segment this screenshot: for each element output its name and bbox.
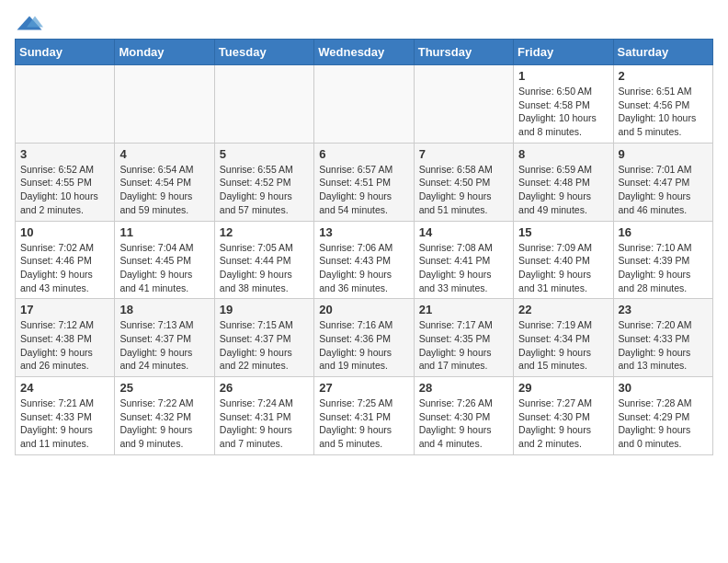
day-number: 4 (119, 147, 209, 161)
day-info: Sunrise: 7:06 AM Sunset: 4:43 PM Dayligh… (319, 241, 408, 295)
calendar-cell: 21Sunrise: 7:17 AM Sunset: 4:35 PM Dayli… (414, 299, 513, 377)
calendar-cell: 5Sunrise: 6:55 AM Sunset: 4:52 PM Daylig… (214, 143, 313, 221)
calendar-cell (115, 65, 214, 144)
day-info: Sunrise: 6:52 AM Sunset: 4:55 PM Dayligh… (20, 163, 109, 217)
day-number: 2 (619, 69, 708, 83)
day-info: Sunrise: 7:27 AM Sunset: 4:30 PM Dayligh… (518, 396, 608, 451)
day-info: Sunrise: 6:57 AM Sunset: 4:51 PM Dayligh… (319, 163, 408, 217)
calendar-header-sunday: Sunday (16, 40, 115, 65)
day-info: Sunrise: 7:13 AM Sunset: 4:37 PM Dayligh… (119, 318, 209, 373)
day-number: 22 (518, 303, 608, 316)
calendar-header-friday: Friday (514, 40, 613, 65)
calendar-cell (314, 65, 414, 144)
calendar-cell: 18Sunrise: 7:13 AM Sunset: 4:37 PM Dayli… (115, 299, 214, 377)
day-number: 14 (419, 225, 508, 239)
day-number: 28 (419, 381, 508, 395)
calendar-week-row: 24Sunrise: 7:21 AM Sunset: 4:33 PM Dayli… (16, 377, 713, 455)
calendar-header-thursday: Thursday (414, 40, 513, 65)
calendar-cell: 19Sunrise: 7:15 AM Sunset: 4:37 PM Dayli… (214, 299, 313, 377)
day-number: 29 (518, 381, 608, 395)
calendar-week-row: 3Sunrise: 6:52 AM Sunset: 4:55 PM Daylig… (16, 143, 713, 221)
calendar-cell: 12Sunrise: 7:05 AM Sunset: 4:44 PM Dayli… (214, 221, 313, 299)
day-number: 30 (619, 381, 708, 395)
day-info: Sunrise: 7:21 AM Sunset: 4:33 PM Dayligh… (20, 396, 109, 451)
day-info: Sunrise: 6:59 AM Sunset: 4:48 PM Dayligh… (518, 163, 608, 217)
day-info: Sunrise: 7:08 AM Sunset: 4:41 PM Dayligh… (419, 241, 508, 295)
day-info: Sunrise: 7:22 AM Sunset: 4:32 PM Dayligh… (119, 396, 209, 451)
calendar-cell: 29Sunrise: 7:27 AM Sunset: 4:30 PM Dayli… (514, 377, 613, 455)
day-info: Sunrise: 7:28 AM Sunset: 4:29 PM Dayligh… (619, 396, 708, 451)
calendar-cell: 24Sunrise: 7:21 AM Sunset: 4:33 PM Dayli… (16, 377, 115, 455)
day-number: 9 (619, 147, 708, 161)
day-number: 7 (419, 147, 508, 161)
day-info: Sunrise: 6:58 AM Sunset: 4:50 PM Dayligh… (419, 163, 508, 217)
day-number: 6 (319, 147, 408, 161)
calendar-cell: 13Sunrise: 7:06 AM Sunset: 4:43 PM Dayli… (314, 221, 414, 299)
day-number: 8 (518, 147, 608, 161)
calendar-cell: 8Sunrise: 6:59 AM Sunset: 4:48 PM Daylig… (514, 143, 613, 221)
calendar-cell: 3Sunrise: 6:52 AM Sunset: 4:55 PM Daylig… (16, 143, 115, 221)
calendar-header-tuesday: Tuesday (214, 40, 313, 65)
calendar-cell: 7Sunrise: 6:58 AM Sunset: 4:50 PM Daylig… (414, 143, 513, 221)
calendar-cell: 15Sunrise: 7:09 AM Sunset: 4:40 PM Dayli… (514, 221, 613, 299)
day-number: 24 (20, 381, 109, 395)
day-info: Sunrise: 6:54 AM Sunset: 4:54 PM Dayligh… (119, 163, 209, 217)
calendar-cell: 28Sunrise: 7:26 AM Sunset: 4:30 PM Dayli… (414, 377, 513, 455)
day-info: Sunrise: 7:20 AM Sunset: 4:33 PM Dayligh… (619, 318, 708, 373)
day-info: Sunrise: 7:24 AM Sunset: 4:31 PM Dayligh… (220, 396, 309, 451)
day-info: Sunrise: 7:04 AM Sunset: 4:45 PM Dayligh… (119, 241, 209, 295)
day-number: 20 (319, 303, 408, 316)
day-number: 21 (419, 303, 508, 316)
calendar-cell: 26Sunrise: 7:24 AM Sunset: 4:31 PM Dayli… (214, 377, 313, 455)
day-number: 25 (119, 381, 209, 395)
calendar-cell: 30Sunrise: 7:28 AM Sunset: 4:29 PM Dayli… (613, 377, 712, 455)
day-info: Sunrise: 7:17 AM Sunset: 4:35 PM Dayligh… (419, 318, 508, 373)
calendar-cell: 14Sunrise: 7:08 AM Sunset: 4:41 PM Dayli… (414, 221, 513, 299)
day-info: Sunrise: 7:12 AM Sunset: 4:38 PM Dayligh… (20, 318, 109, 373)
day-number: 16 (619, 225, 708, 239)
calendar-cell: 6Sunrise: 6:57 AM Sunset: 4:51 PM Daylig… (314, 143, 414, 221)
day-number: 12 (220, 225, 309, 239)
day-number: 11 (119, 225, 209, 239)
day-number: 5 (220, 147, 309, 161)
day-info: Sunrise: 7:25 AM Sunset: 4:31 PM Dayligh… (319, 396, 408, 451)
calendar-cell: 27Sunrise: 7:25 AM Sunset: 4:31 PM Dayli… (314, 377, 414, 455)
logo (15, 15, 48, 31)
day-number: 10 (20, 225, 109, 239)
day-info: Sunrise: 7:02 AM Sunset: 4:46 PM Dayligh… (20, 241, 109, 295)
day-info: Sunrise: 7:10 AM Sunset: 4:39 PM Dayligh… (619, 241, 708, 295)
day-number: 19 (220, 303, 309, 316)
calendar-header-row: SundayMondayTuesdayWednesdayThursdayFrid… (16, 40, 713, 65)
day-number: 1 (518, 69, 608, 83)
day-number: 18 (119, 303, 209, 316)
day-info: Sunrise: 7:15 AM Sunset: 4:37 PM Dayligh… (220, 318, 309, 373)
calendar-week-row: 10Sunrise: 7:02 AM Sunset: 4:46 PM Dayli… (16, 221, 713, 299)
calendar-header-saturday: Saturday (613, 40, 712, 65)
day-number: 13 (319, 225, 408, 239)
day-info: Sunrise: 7:16 AM Sunset: 4:36 PM Dayligh… (319, 318, 408, 373)
day-info: Sunrise: 6:51 AM Sunset: 4:56 PM Dayligh… (619, 85, 708, 139)
calendar-cell: 2Sunrise: 6:51 AM Sunset: 4:56 PM Daylig… (613, 65, 712, 144)
day-info: Sunrise: 7:05 AM Sunset: 4:44 PM Dayligh… (220, 241, 309, 295)
calendar-header-wednesday: Wednesday (314, 40, 414, 65)
calendar-cell: 22Sunrise: 7:19 AM Sunset: 4:34 PM Dayli… (514, 299, 613, 377)
calendar-cell: 20Sunrise: 7:16 AM Sunset: 4:36 PM Dayli… (314, 299, 414, 377)
calendar-cell: 10Sunrise: 7:02 AM Sunset: 4:46 PM Dayli… (16, 221, 115, 299)
calendar-cell: 25Sunrise: 7:22 AM Sunset: 4:32 PM Dayli… (115, 377, 214, 455)
calendar-cell: 9Sunrise: 7:01 AM Sunset: 4:47 PM Daylig… (613, 143, 712, 221)
day-number: 17 (20, 303, 109, 316)
calendar-header-monday: Monday (115, 40, 214, 65)
day-number: 27 (319, 381, 408, 395)
page-header (15, 15, 713, 31)
calendar-table: SundayMondayTuesdayWednesdayThursdayFrid… (15, 39, 713, 455)
calendar-week-row: 17Sunrise: 7:12 AM Sunset: 4:38 PM Dayli… (16, 299, 713, 377)
calendar-cell: 17Sunrise: 7:12 AM Sunset: 4:38 PM Dayli… (16, 299, 115, 377)
day-number: 3 (20, 147, 109, 161)
day-number: 23 (619, 303, 708, 316)
day-info: Sunrise: 7:26 AM Sunset: 4:30 PM Dayligh… (419, 396, 508, 451)
calendar-cell: 1Sunrise: 6:50 AM Sunset: 4:58 PM Daylig… (514, 65, 613, 144)
calendar-cell (414, 65, 513, 144)
day-info: Sunrise: 7:01 AM Sunset: 4:47 PM Dayligh… (619, 163, 708, 217)
day-info: Sunrise: 6:55 AM Sunset: 4:52 PM Dayligh… (220, 163, 309, 217)
day-number: 15 (518, 225, 608, 239)
